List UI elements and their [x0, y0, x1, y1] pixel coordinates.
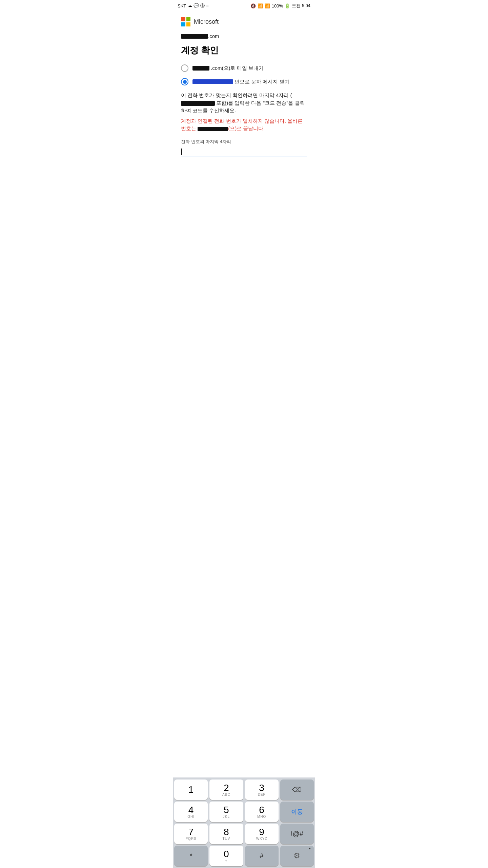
email-option-row[interactable]: .com(으)로 메일 보내기	[181, 64, 307, 72]
status-bar: SKT ☁ 💬 Ⓑ ··· 🔇 📶 📶 100% 🔋 오전 5:04	[173, 0, 315, 10]
microsoft-logo	[181, 17, 190, 26]
key-2[interactable]: 2 ABC	[209, 780, 243, 800]
desc-redacted	[181, 101, 215, 106]
email-redacted-part	[181, 34, 208, 39]
key-backspace[interactable]: ⌫	[280, 780, 314, 800]
kb-row-4: * 0 + # ⚙	[174, 846, 314, 866]
phone-redacted-option	[192, 79, 233, 84]
kb-row-1: 1 2 ABC 3 DEF ⌫	[174, 780, 314, 800]
wifi-icon: 📶	[258, 3, 263, 8]
logo-blue-square	[181, 22, 185, 27]
sms-radio[interactable]	[181, 78, 188, 85]
email-suffix: .com	[208, 33, 219, 39]
key-3[interactable]: 3 DEF	[245, 780, 279, 800]
input-label: 전화 번호의 마지막 4자리	[181, 139, 307, 145]
logo-green-square	[186, 17, 191, 21]
email-option-text: .com(으)로 메일 보내기	[211, 65, 264, 72]
email-option-label: .com(으)로 메일 보내기	[192, 65, 264, 72]
key-action[interactable]: 이동	[280, 802, 314, 822]
key-6[interactable]: 6 MNO	[245, 802, 279, 822]
status-icons: ☁ 💬 Ⓑ ···	[188, 3, 209, 9]
mute-icon: 🔇	[250, 3, 256, 8]
logo-red-square	[181, 17, 185, 21]
key-hash[interactable]: #	[245, 846, 279, 866]
microsoft-logo-row: Microsoft	[181, 17, 307, 26]
main-content: Microsoft .com 계정 확인 .com(으)로 메일 보내기 번으로…	[173, 10, 315, 777]
sms-radio-inner	[183, 80, 187, 84]
description-text: 이 전화 번호가 맞는지 확인하려면 마지막 4자리 ( 포함)를 입력한 다음…	[181, 92, 307, 115]
phone-last4-input[interactable]	[181, 147, 307, 157]
battery-icon: 🔋	[285, 3, 290, 8]
email-radio[interactable]	[181, 64, 188, 72]
kb-row-3: 7 PQRS 8 TUV 9 WXYZ !@#	[174, 824, 314, 844]
key-symbols[interactable]: !@#	[280, 824, 314, 844]
text-cursor	[181, 149, 182, 155]
carrier-text: SKT	[178, 3, 186, 8]
email-display: .com	[181, 33, 307, 39]
key-8[interactable]: 8 TUV	[209, 824, 243, 844]
error-redacted-number	[198, 127, 228, 131]
key-0[interactable]: 0 +	[209, 846, 243, 866]
key-5[interactable]: 5 JKL	[209, 802, 243, 822]
battery-text: 100%	[272, 3, 283, 8]
key-9[interactable]: 9 WXYZ	[245, 824, 279, 844]
sms-option-text: 번으로 문자 메시지 받기	[235, 79, 290, 85]
time-text: 오전 5:04	[292, 3, 310, 9]
settings-icon: ⚙	[293, 851, 300, 860]
email-redacted-option	[192, 66, 209, 71]
sms-option-row[interactable]: 번으로 문자 메시지 받기	[181, 78, 307, 85]
key-1[interactable]: 1	[174, 780, 208, 800]
page-title: 계정 확인	[181, 44, 307, 56]
status-left: SKT ☁ 💬 Ⓑ ···	[178, 3, 209, 9]
error-message: 계정과 연결된 전화 번호가 일치하지 않습니다. 올바른 번호는 (으)로 끝…	[181, 117, 307, 133]
microsoft-name: Microsoft	[194, 18, 219, 25]
key-7[interactable]: 7 PQRS	[174, 824, 208, 844]
input-field-wrapper[interactable]	[181, 147, 307, 157]
sms-option-label: 번으로 문자 메시지 받기	[192, 79, 290, 85]
kb-row-2: 4 GHI 5 JKL 6 MNO 이동	[174, 802, 314, 822]
action-label: 이동	[291, 808, 303, 816]
signal-icon: 📶	[265, 3, 270, 8]
key-4[interactable]: 4 GHI	[174, 802, 208, 822]
status-right: 🔇 📶 📶 100% 🔋 오전 5:04	[250, 3, 310, 9]
dot-indicator	[309, 848, 310, 849]
key-settings[interactable]: ⚙	[280, 846, 314, 866]
key-star[interactable]: *	[174, 846, 208, 866]
keyboard: 1 2 ABC 3 DEF ⌫ 4 GHI 5 JKL 6 MNO 이동	[173, 777, 315, 868]
logo-yellow-square	[186, 22, 191, 27]
